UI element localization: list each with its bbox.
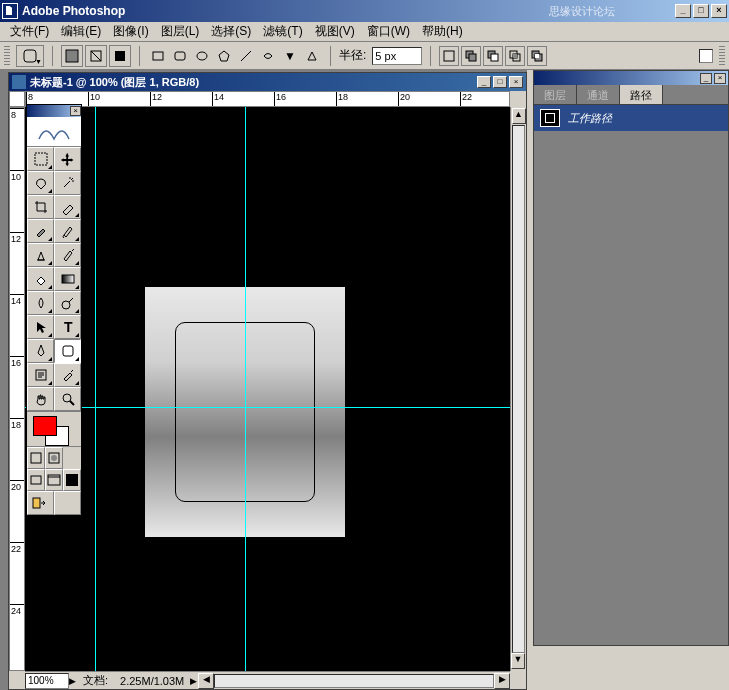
path-combine-exclude[interactable] bbox=[527, 46, 547, 66]
path-combine-add[interactable] bbox=[461, 46, 481, 66]
move-tool[interactable] bbox=[54, 147, 81, 171]
ruler-horizontal[interactable]: 810121416182022 bbox=[25, 91, 510, 107]
magic-wand-tool[interactable] bbox=[54, 171, 81, 195]
notes-tool[interactable] bbox=[27, 363, 54, 387]
window-close-button[interactable]: × bbox=[711, 4, 727, 18]
path-combine-subtract[interactable] bbox=[483, 46, 503, 66]
guide-horizontal-1[interactable] bbox=[25, 407, 510, 408]
panel-minimize-button[interactable]: _ bbox=[700, 73, 712, 84]
screen-mode-full-menubar[interactable] bbox=[45, 469, 63, 491]
doc-minimize-button[interactable]: _ bbox=[477, 76, 491, 88]
path-mode[interactable] bbox=[85, 45, 107, 67]
zoom-input[interactable]: 100% bbox=[25, 673, 69, 689]
blur-tool[interactable] bbox=[27, 291, 54, 315]
hand-tool[interactable] bbox=[27, 387, 54, 411]
clone-stamp-tool[interactable] bbox=[27, 243, 54, 267]
menu-help[interactable]: 帮助(H) bbox=[416, 21, 469, 42]
tab-channels[interactable]: 通道 bbox=[577, 85, 620, 104]
toolbox-header[interactable]: × bbox=[27, 105, 81, 117]
doc-maximize-button[interactable]: □ bbox=[493, 76, 507, 88]
document-titlebar[interactable]: 未标题-1 @ 100% (图层 1, RGB/8) _ □ × bbox=[9, 73, 526, 91]
status-bar: 100% ▶ 文档: 2.25M/1.03M ▶ ◀ ▶ bbox=[25, 671, 510, 689]
custom-shape[interactable] bbox=[258, 46, 278, 66]
type-tool[interactable]: T bbox=[54, 315, 81, 339]
screen-mode-standard[interactable] bbox=[27, 469, 45, 491]
tab-layers[interactable]: 图层 bbox=[534, 85, 577, 104]
dodge-tool[interactable] bbox=[54, 291, 81, 315]
panel-header[interactable]: _ × bbox=[534, 71, 728, 85]
shape-tool[interactable] bbox=[54, 339, 81, 363]
status-dropdown-arrow[interactable]: ▶ bbox=[190, 676, 198, 686]
scroll-up-button[interactable]: ▲ bbox=[512, 108, 526, 124]
toolbox[interactable]: × T bbox=[26, 104, 82, 516]
canvas[interactable] bbox=[25, 107, 510, 671]
eyedropper-tool[interactable] bbox=[54, 363, 81, 387]
scroll-h-track[interactable] bbox=[214, 674, 494, 688]
ellipse-shape[interactable] bbox=[192, 46, 212, 66]
status-menu-arrow[interactable]: ▶ bbox=[69, 676, 77, 686]
paths-panel: _ × 图层 通道 路径 工作路径 bbox=[533, 70, 729, 646]
eraser-tool[interactable] bbox=[27, 267, 54, 291]
foreground-color-swatch[interactable] bbox=[33, 416, 57, 436]
doc-close-button[interactable]: × bbox=[509, 76, 523, 88]
menu-select[interactable]: 选择(S) bbox=[205, 21, 257, 42]
rounded-rectangle-shape[interactable] bbox=[170, 46, 190, 66]
pen-tool-option[interactable] bbox=[302, 46, 322, 66]
svg-rect-11 bbox=[469, 54, 476, 61]
jump-to-imageready-button[interactable] bbox=[27, 491, 54, 515]
options-current-tool[interactable]: ▼ bbox=[16, 45, 44, 67]
options-anti-alias-checkbox[interactable] bbox=[699, 49, 713, 63]
healing-brush-tool[interactable] bbox=[27, 219, 54, 243]
toolbox-logo[interactable] bbox=[27, 117, 81, 147]
gradient-tool[interactable] bbox=[54, 267, 81, 291]
path-combine-group bbox=[439, 46, 547, 66]
pen-tool[interactable] bbox=[27, 339, 54, 363]
brush-tool[interactable] bbox=[54, 219, 81, 243]
menu-view[interactable]: 视图(V) bbox=[309, 21, 361, 42]
ruler-vertical[interactable]: 81012141618202224 bbox=[9, 107, 25, 671]
menu-layer[interactable]: 图层(L) bbox=[155, 21, 206, 42]
standard-mode-button[interactable] bbox=[27, 447, 45, 469]
menu-file[interactable]: 文件(F) bbox=[4, 21, 55, 42]
toolbox-close-button[interactable]: × bbox=[70, 106, 81, 116]
scroll-down-button[interactable]: ▼ bbox=[511, 653, 525, 669]
zoom-tool[interactable] bbox=[54, 387, 81, 411]
path-combine-new[interactable] bbox=[439, 46, 459, 66]
polygon-shape[interactable] bbox=[214, 46, 234, 66]
slice-tool[interactable] bbox=[54, 195, 81, 219]
path-item-work-path[interactable]: 工作路径 bbox=[534, 105, 728, 131]
radius-input[interactable] bbox=[372, 47, 422, 65]
svg-rect-30 bbox=[31, 476, 41, 484]
scroll-right-button[interactable]: ▶ bbox=[494, 673, 510, 689]
guide-vertical-2[interactable] bbox=[245, 107, 246, 671]
path-combine-intersect[interactable] bbox=[505, 46, 525, 66]
shape-layer-mode[interactable] bbox=[61, 45, 83, 67]
paths-panel-body[interactable]: 工作路径 bbox=[534, 105, 728, 645]
quickmask-mode-button[interactable] bbox=[45, 447, 63, 469]
options-grip-right[interactable] bbox=[719, 46, 725, 66]
guide-vertical-1[interactable] bbox=[95, 107, 96, 671]
shape-options-dropdown[interactable]: ▼ bbox=[280, 46, 300, 66]
menu-image[interactable]: 图像(I) bbox=[107, 21, 154, 42]
path-selection-tool[interactable] bbox=[27, 315, 54, 339]
window-minimize-button[interactable]: _ bbox=[675, 4, 691, 18]
panel-close-button[interactable]: × bbox=[714, 73, 726, 84]
lasso-tool[interactable] bbox=[27, 171, 54, 195]
menu-filter[interactable]: 滤镜(T) bbox=[257, 21, 308, 42]
history-brush-tool[interactable] bbox=[54, 243, 81, 267]
options-grip[interactable] bbox=[4, 46, 10, 66]
scrollbar-vertical[interactable]: ▲ ▼ bbox=[510, 107, 526, 671]
rectangle-shape[interactable] bbox=[148, 46, 168, 66]
tab-paths[interactable]: 路径 bbox=[620, 85, 663, 104]
scroll-v-track[interactable] bbox=[512, 125, 525, 653]
screen-mode-full[interactable] bbox=[63, 469, 81, 491]
marquee-tool[interactable] bbox=[27, 147, 54, 171]
line-shape[interactable] bbox=[236, 46, 256, 66]
fill-pixels-mode[interactable] bbox=[109, 45, 131, 67]
window-maximize-button[interactable]: □ bbox=[693, 4, 709, 18]
menu-edit[interactable]: 编辑(E) bbox=[55, 21, 107, 42]
ruler-origin[interactable] bbox=[9, 91, 25, 107]
scroll-left-button[interactable]: ◀ bbox=[198, 673, 214, 689]
crop-tool[interactable] bbox=[27, 195, 54, 219]
menu-window[interactable]: 窗口(W) bbox=[361, 21, 416, 42]
